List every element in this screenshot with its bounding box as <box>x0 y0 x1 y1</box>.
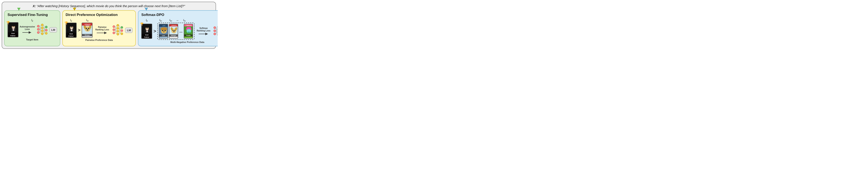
question-bar: X: “After watching [History Sequence], w… <box>4 4 214 8</box>
sdpo-trolls-svg: TROLLS <box>184 24 193 34</box>
sft-godfather-wrapper: 🏆 <box>7 22 19 37</box>
sdpo-neural-net <box>213 24 218 38</box>
sft-neural-net <box>36 23 48 37</box>
svg-point-141 <box>214 33 216 35</box>
svg-point-135 <box>188 30 188 31</box>
svg-text:STRAYS: STRAYS <box>85 24 91 25</box>
sft-godfather-label2: Father <box>8 34 18 37</box>
main-diagram: X: “After watching [History Sequence], w… <box>2 2 216 49</box>
dpo-id1-label: id₁ <box>82 19 93 22</box>
dpo-godfather-wrapper: 🏆 <box>66 23 76 38</box>
sdpo-dots-label: ... <box>176 19 179 22</box>
svg-rect-10 <box>16 28 17 29</box>
sdpo-leo-label: Leo <box>159 34 168 37</box>
svg-rect-55 <box>68 29 69 30</box>
x-label: X: <box>33 4 36 8</box>
sft-content-row: 🏆 <box>7 22 57 37</box>
svg-point-18 <box>41 33 43 35</box>
svg-point-136 <box>189 30 190 31</box>
dpo-nn-svg <box>112 23 124 36</box>
sdpo-gf-label1: God <box>142 34 152 36</box>
svg-point-51 <box>70 25 73 27</box>
dpo-strays-card: STRAYS Strays <box>82 23 93 38</box>
svg-point-62 <box>88 28 89 29</box>
sdpo-dash-labels: id₁ id₂ ... idₙ <box>156 19 189 22</box>
svg-point-20 <box>45 29 47 31</box>
svg-point-19 <box>45 26 47 28</box>
panel-sdpo: Softmax-DPO ip id₁ id₂ ... <box>138 10 218 46</box>
sdpo-nn-svg <box>213 24 218 37</box>
sft-bottom-label: Target Item <box>7 38 57 41</box>
svg-point-12 <box>37 25 39 27</box>
svg-text:TROLLS: TROLLS <box>186 25 191 26</box>
sdpo-ip-label: ip <box>141 19 152 22</box>
sdpo-gt-symbol: > <box>153 28 156 34</box>
svg-rect-9 <box>10 28 11 29</box>
svg-point-126 <box>173 30 174 31</box>
sft-arrow-svg <box>22 31 32 34</box>
dpo-lm-box: LM <box>125 28 132 33</box>
sdpo-id2-label: id₂ <box>166 19 175 22</box>
dpo-gf-label2: Father <box>66 35 76 37</box>
svg-point-107 <box>147 28 147 28</box>
svg-point-53 <box>72 27 72 27</box>
svg-point-5 <box>12 25 15 26</box>
svg-point-73 <box>117 33 119 35</box>
trophy-icon-sdpo: 🏆 <box>140 22 144 26</box>
svg-point-21 <box>45 32 47 34</box>
dpo-arrow-svg <box>96 31 108 34</box>
panels-row: Supervised Fine-Tuning ip 🏆 <box>4 10 214 46</box>
trophy-icon-sft: 🏆 <box>6 21 10 24</box>
svg-point-16 <box>41 27 43 29</box>
sdpo-id1-label: id₁ <box>156 19 165 22</box>
svg-point-128 <box>174 31 175 32</box>
dpo-strays-svg: STRAYS <box>82 23 93 34</box>
dpo-godfather-card: God Father <box>66 23 76 38</box>
svg-point-72 <box>117 30 119 32</box>
sdpo-godfather-card: God Father <box>141 24 152 39</box>
sdpo-strays-label: Strays <box>169 34 178 37</box>
sdpo-labels-row: ip id₁ id₂ ... idₙ <box>141 19 218 22</box>
dpo-arrow-label: PairwiseRanking Loss <box>94 26 111 34</box>
sft-autoregressive-label: AutoregressiveLoss <box>20 26 35 31</box>
svg-rect-111 <box>149 30 151 31</box>
svg-point-15 <box>41 24 43 26</box>
svg-point-106 <box>146 26 149 28</box>
sdpo-arrow-label: SoftmaxRanking Loss <box>196 27 211 35</box>
sdpo-leo-svg: LEO <box>159 24 168 34</box>
svg-point-74 <box>121 26 123 28</box>
svg-point-139 <box>214 27 216 29</box>
svg-point-63 <box>87 29 88 30</box>
dpo-gf-label1: God <box>66 33 76 35</box>
svg-text:LEO: LEO <box>162 25 165 26</box>
svg-point-67 <box>113 26 115 28</box>
svg-rect-110 <box>144 30 145 31</box>
sft-nn-svg <box>36 23 48 36</box>
sft-godfather-card: God Father <box>7 22 19 37</box>
svg-point-7 <box>14 27 14 27</box>
dpo-gt-symbol: > <box>78 27 81 33</box>
sft-arrow-label: AutoregressiveLoss <box>20 26 35 34</box>
arrow-sft <box>17 8 21 11</box>
sdpo-trolls-card: TROLLS <box>184 24 193 38</box>
arrow-dpo <box>73 8 76 11</box>
sdpo-leo-card: LEO Leo <box>159 24 168 38</box>
svg-point-75 <box>121 30 123 32</box>
svg-point-14 <box>37 31 39 33</box>
sdpo-content-row: 🏆 <box>141 23 218 40</box>
trophy-icon-dpo: 🏆 <box>64 21 68 25</box>
arrow-sdpo <box>145 8 148 11</box>
svg-point-68 <box>113 29 115 31</box>
sdpo-strays-card: STRAYS Strays <box>169 24 178 38</box>
dpo-bottom-label: Pairwise Preference Data <box>66 39 133 41</box>
sdpo-idn-label: idₙ <box>180 19 189 22</box>
svg-point-127 <box>174 30 176 31</box>
svg-point-52 <box>71 27 71 27</box>
sdpo-gf-label2: Father <box>142 36 152 38</box>
sdpo-trolls-label: Trolls <box>184 34 192 37</box>
svg-point-69 <box>113 32 115 34</box>
sdpo-strays-svg: STRAYS <box>169 24 178 34</box>
svg-point-137 <box>188 31 189 32</box>
panel-sft: Supervised Fine-Tuning ip 🏆 <box>4 10 60 46</box>
sdpo-arrow-svg <box>198 32 209 35</box>
